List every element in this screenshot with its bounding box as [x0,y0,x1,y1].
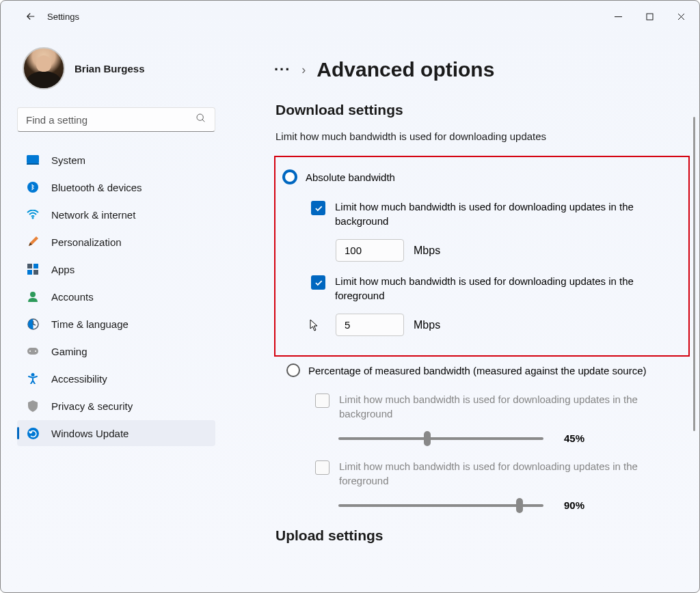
svg-rect-11 [33,270,38,275]
fg-input-row: Mbps [336,314,682,336]
nav-system[interactable]: System [17,147,215,173]
fg-bandwidth-option: Limit how much bandwidth is used for dow… [311,274,682,336]
absolute-bandwidth-group: Absolute bandwidth Limit how much bandwi… [274,156,690,357]
nav-label: System [51,154,85,166]
profile-name: Brian Burgess [75,63,145,74]
upload-heading: Upload settings [275,527,690,544]
update-icon [27,427,39,439]
breadcrumb-parent-icon[interactable]: ··· [274,66,291,73]
bg-input-row: Mbps [336,239,682,262]
pct-fg-slider-row: 90% [338,497,690,512]
scrollbar[interactable] [693,117,695,431]
nav-label: Accessibility [51,373,107,385]
svg-point-17 [35,350,36,352]
close-button[interactable] [665,5,697,27]
svg-rect-5 [27,163,39,165]
accessibility-icon [27,372,39,385]
nav-label: Windows Update [51,428,129,439]
title-bar: Settings [1,1,699,32]
svg-point-7 [32,217,34,219]
search-icon [196,113,206,126]
fg-checkbox-row[interactable]: Limit how much bandwidth is used for dow… [311,274,682,303]
apps-icon [27,263,39,275]
accounts-icon [27,290,39,303]
nav-label: Accounts [51,291,94,303]
pct-bg-checkbox-row: Limit how much bandwidth is used for dow… [315,392,690,421]
system-icon [27,154,39,166]
pct-bg-option: Limit how much bandwidth is used for dow… [315,392,690,445]
nav-label: Personalization [51,236,122,248]
unit-label: Mbps [414,245,440,257]
bg-mbps-input[interactable] [336,239,404,262]
radio-absolute[interactable]: Absolute bandwidth [282,169,682,184]
page-title: Advanced options [317,58,494,81]
svg-point-18 [31,373,35,376]
radio-label: Absolute bandwidth [306,171,395,183]
nav-personalization[interactable]: Personalization [17,229,215,255]
checkbox-label: Limit how much bandwidth is used for dow… [335,199,682,228]
svg-rect-4 [27,155,39,163]
clock-icon [27,318,39,330]
svg-point-12 [30,292,36,297]
checkbox-label: Limit how much bandwidth is used for dow… [339,459,690,488]
checkbox-icon[interactable] [311,201,325,215]
chevron-right-icon: › [301,63,306,77]
pct-bg-slider-row: 45% [338,430,690,445]
minimize-button[interactable] [602,5,634,27]
fg-mbps-input[interactable] [336,314,404,336]
slider [338,430,543,445]
search-box[interactable] [17,107,215,132]
svg-rect-8 [27,264,32,268]
nav-privacy[interactable]: Privacy & security [17,393,215,419]
maximize-button[interactable] [634,5,665,27]
unit-label: Mbps [414,319,440,331]
wifi-icon [27,208,39,221]
download-heading: Download settings [275,102,690,118]
nav-accounts[interactable]: Accounts [17,284,215,309]
svg-line-3 [202,120,204,122]
svg-point-16 [29,350,31,352]
checkbox-label: Limit how much bandwidth is used for dow… [335,274,682,303]
nav-accessibility[interactable]: Accessibility [17,366,215,391]
nav-label: Apps [51,264,75,275]
content: ··· › Advanced options Download settings… [226,32,699,592]
window-title: Settings [47,12,79,22]
svg-rect-10 [27,270,32,275]
pct-fg-checkbox-row: Limit how much bandwidth is used for dow… [315,459,690,488]
nav-time-language[interactable]: Time & language [17,311,215,337]
nav-label: Privacy & security [51,400,133,412]
checkbox-icon [315,394,329,408]
bg-checkbox-row[interactable]: Limit how much bandwidth is used for dow… [311,199,682,228]
checkbox-icon[interactable] [311,275,325,290]
radio-icon[interactable] [286,363,300,377]
settings-window: Settings Brian Burgess [0,0,700,593]
back-button[interactable] [20,5,42,27]
nav-windows-update[interactable]: Windows Update [17,420,215,446]
nav-bluetooth[interactable]: Bluetooth & devices [17,174,215,200]
radio-icon[interactable] [282,169,297,184]
breadcrumb: ··· › Advanced options [274,58,690,81]
profile[interactable]: Brian Burgess [23,47,210,89]
slider [338,497,543,512]
brush-icon [27,236,39,248]
checkbox-label: Limit how much bandwidth is used for dow… [339,392,690,421]
nav-gaming[interactable]: Gaming [17,338,215,364]
pct-value: 90% [564,499,598,511]
bg-bandwidth-option: Limit how much bandwidth is used for dow… [311,199,682,262]
svg-rect-9 [33,264,38,268]
radio-percentage[interactable]: Percentage of measured bandwidth (measur… [286,363,690,377]
download-desc: Limit how much bandwidth is used for dow… [275,130,690,142]
svg-rect-15 [27,348,38,355]
nav-label: Time & language [51,318,129,330]
checkbox-icon [315,460,329,475]
window-controls [602,5,697,27]
pct-fg-option: Limit how much bandwidth is used for dow… [315,459,690,512]
nav-apps[interactable]: Apps [17,256,215,282]
nav-label: Network & internet [51,209,135,221]
nav-network[interactable]: Network & internet [17,202,215,227]
nav-label: Bluetooth & devices [51,182,142,193]
shield-icon [27,400,39,412]
search-input[interactable] [26,114,196,126]
bluetooth-icon [27,181,39,193]
nav-label: Gaming [51,346,88,357]
